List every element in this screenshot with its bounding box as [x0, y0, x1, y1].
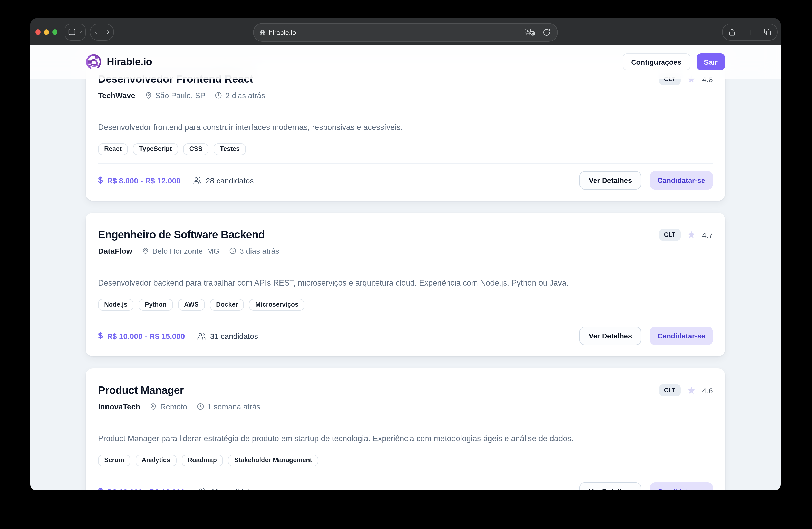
globe-icon [259, 29, 266, 36]
job-feed: Desenvolvedor Frontend React TechWave Sã… [30, 57, 781, 490]
sidebar-panel-icon [68, 28, 76, 36]
apply-button[interactable]: Candidatar-se [650, 171, 713, 189]
dollar-icon: $ [98, 175, 103, 185]
skill-tag: CSS [183, 143, 208, 155]
contract-type-badge: CLT [659, 229, 681, 241]
chevron-right-icon [104, 29, 111, 35]
job-location: Belo Horizonte, MG [141, 246, 219, 255]
candidates-count: 42 candidatos [197, 487, 258, 490]
contract-type-badge: CLT [659, 384, 681, 397]
skill-tag: Analytics [135, 455, 176, 466]
job-posted-time: 1 semana atrás [197, 402, 260, 411]
site-header: Hirable.io Configurações Sair [30, 45, 781, 79]
url-text: hirable.io [269, 29, 525, 36]
company-rating: 4.6 [702, 386, 713, 395]
star-icon [687, 230, 696, 239]
settings-button[interactable]: Configurações [622, 54, 690, 70]
webpage: Desenvolvedor Frontend React TechWave Sã… [30, 45, 781, 490]
card-divider [98, 163, 713, 164]
users-icon [197, 331, 206, 340]
skill-tag: Scrum [98, 455, 130, 466]
plus-icon [746, 28, 754, 36]
job-card: Engenheiro de Software Backend DataFlow … [86, 213, 725, 356]
map-pin-icon [144, 91, 152, 99]
job-posted-time: 3 dias atrás [229, 246, 279, 255]
company-name: TechWave [98, 91, 135, 99]
users-icon [197, 487, 206, 490]
skill-tag: TypeScript [133, 143, 178, 155]
users-icon [193, 176, 202, 185]
header-actions: Configurações Sair [622, 54, 725, 70]
view-details-button[interactable]: Ver Detalhes [579, 171, 641, 189]
skill-tag: Testes [214, 143, 246, 155]
skill-tag: Python [139, 299, 173, 311]
job-description: Product Manager para liderar estratégia … [98, 433, 713, 444]
screen: hirable.io A [0, 0, 812, 529]
chevron-down-icon [78, 30, 82, 34]
company-name: InnovaTech [98, 402, 140, 411]
translate-button[interactable]: A [525, 28, 535, 37]
svg-text:A: A [527, 29, 529, 33]
candidates-count: 31 candidatos [197, 331, 258, 340]
apply-button[interactable]: Candidatar-se [650, 327, 713, 345]
traffic-lights [35, 29, 57, 35]
map-pin-icon [150, 402, 157, 410]
skill-tag: Stakeholder Management [228, 455, 318, 466]
browser-toolbar: hirable.io A [30, 18, 781, 45]
forward-button[interactable] [102, 24, 113, 40]
share-button[interactable] [728, 28, 736, 36]
back-button[interactable] [90, 24, 101, 40]
tabs-overview-icon [764, 28, 771, 36]
company-rating: 4.7 [702, 230, 713, 239]
skill-tags: ReactTypeScriptCSSTestes [98, 143, 713, 155]
job-location: Remoto [150, 402, 187, 411]
skill-tag: Roadmap [182, 455, 223, 466]
hirable-logo-icon [86, 54, 102, 70]
card-divider [98, 319, 713, 319]
minimize-window-button[interactable] [44, 29, 49, 35]
tab-overview-button[interactable] [764, 28, 771, 36]
page-content: Desenvolvedor Frontend React TechWave Sã… [30, 45, 781, 490]
apply-button[interactable]: Candidatar-se [650, 482, 713, 490]
toolbar-right-group [722, 23, 778, 40]
skill-tag: Node.js [98, 299, 133, 311]
reload-button[interactable] [542, 28, 551, 37]
skill-tag: AWS [178, 299, 205, 311]
salary-range: $ R$ 10.000 - R$ 15.000 [98, 331, 185, 341]
translate-icon: A [525, 28, 535, 37]
job-description: Desenvolvedor frontend para construir in… [98, 122, 713, 133]
close-window-button[interactable] [35, 29, 40, 35]
chevron-left-icon [93, 29, 99, 35]
history-nav-group [90, 23, 114, 40]
brand-name: Hirable.io [107, 56, 152, 68]
clock-icon [215, 91, 222, 99]
sidebar-toggle-button[interactable] [64, 23, 85, 40]
clock-icon [229, 247, 236, 255]
dollar-icon: $ [98, 331, 103, 341]
job-card: Product Manager InnovaTech Remoto [86, 368, 725, 490]
brand: Hirable.io [86, 54, 152, 70]
logout-button[interactable]: Sair [696, 54, 725, 70]
view-details-button[interactable]: Ver Detalhes [579, 327, 641, 345]
skill-tag: Docker [210, 299, 244, 311]
job-location: São Paulo, SP [144, 91, 205, 99]
map-pin-icon [141, 247, 149, 255]
dollar-icon: $ [98, 486, 103, 490]
skill-tag: Microserviços [249, 299, 305, 311]
job-title: Product Manager [98, 383, 260, 398]
browser-window: hirable.io A [30, 18, 781, 490]
candidates-count: 28 candidatos [193, 176, 254, 185]
job-title: Engenheiro de Software Backend [98, 228, 279, 242]
skill-tag: React [98, 143, 128, 155]
zoom-window-button[interactable] [52, 29, 57, 35]
skill-tags: Node.jsPythonAWSDockerMicroserviços [98, 299, 713, 311]
skill-tags: ScrumAnalyticsRoadmapStakeholder Managem… [98, 455, 713, 466]
salary-range: $ R$ 12.000 - R$ 18.000 [98, 486, 185, 490]
new-tab-button[interactable] [746, 28, 754, 36]
company-name: DataFlow [98, 246, 132, 255]
address-bar[interactable]: hirable.io A [253, 23, 558, 42]
view-details-button[interactable]: Ver Detalhes [579, 482, 641, 490]
card-divider [98, 474, 713, 475]
share-icon [728, 28, 736, 36]
job-description: Desenvolvedor backend para trabalhar com… [98, 277, 713, 289]
